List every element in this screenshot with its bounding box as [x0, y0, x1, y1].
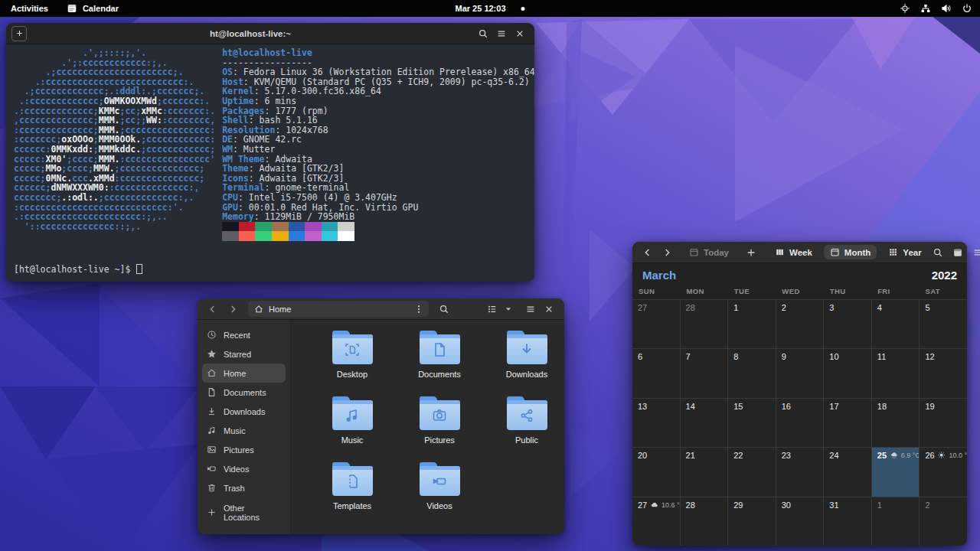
calendar-cell[interactable]: 3 [824, 300, 871, 348]
sidebar-item-pictures[interactable]: Pictures [202, 440, 286, 459]
forward-button[interactable] [224, 300, 242, 318]
week-view-button[interactable]: Week [769, 245, 818, 259]
calendar-cell[interactable]: 31 [824, 497, 871, 546]
calendar-cell[interactable]: 1 [728, 300, 776, 348]
calendar-cell[interactable]: 10 [824, 349, 871, 397]
terminal-search-button[interactable] [474, 24, 492, 43]
calendar-cell[interactable]: 20 [632, 448, 680, 496]
volume-icon [941, 3, 952, 14]
calendars-list-button[interactable] [949, 243, 967, 262]
new-event-button[interactable] [742, 243, 760, 262]
calendar-cell[interactable]: 21 [681, 448, 728, 496]
calendar-cell[interactable]: 2610.0 °C [920, 448, 967, 496]
files-menu-button[interactable] [521, 300, 540, 318]
calendar-cell[interactable]: 19 [920, 399, 967, 447]
view-options-dropdown[interactable] [501, 300, 515, 318]
calendar-cell[interactable]: 2 [920, 497, 967, 546]
sidebar-item-home[interactable]: Home [202, 364, 286, 383]
focused-app-indicator[interactable]: Calendar [67, 3, 119, 14]
calendar-cell[interactable]: 28 [681, 497, 728, 546]
files-sidebar: RecentStarredHomeDocumentsDownloadsMusic… [198, 320, 291, 534]
day-number: 13 [638, 402, 647, 411]
day-number: 17 [829, 402, 838, 411]
folder-item-public[interactable]: Public [488, 395, 565, 461]
calendar-cell[interactable]: 18 [872, 399, 920, 447]
calendar-next-button[interactable] [658, 243, 676, 262]
sidebar-item-music[interactable]: Music [202, 421, 286, 440]
calendar-cell[interactable]: 27 [632, 300, 680, 348]
day-number: 20 [638, 451, 647, 460]
calendar-cell[interactable]: 22 [728, 448, 776, 496]
calendar-search-button[interactable] [929, 243, 947, 262]
folder-label: Public [515, 435, 538, 445]
files-search-button[interactable] [435, 300, 453, 318]
folder-item-documents[interactable]: Documents [401, 329, 478, 395]
downloads-glyph-icon [507, 334, 547, 364]
palette-swatch [239, 222, 256, 232]
calendar-cell[interactable]: 12 [920, 349, 967, 397]
terminal-close-button[interactable] [511, 24, 529, 43]
year-view-button[interactable]: Year [882, 245, 927, 259]
calendar-cell[interactable]: 17 [824, 399, 871, 447]
calendar-cell[interactable]: 2 [776, 300, 824, 348]
sidebar-item-other-locations[interactable]: Other Locations [202, 503, 286, 522]
notification-dot [521, 7, 525, 11]
folder-item-desktop[interactable]: Desktop [314, 329, 390, 395]
calendar-cell[interactable]: 2710.6 °C [632, 497, 680, 546]
terminal-menu-button[interactable] [492, 24, 511, 43]
folder-item-music[interactable]: Music [314, 395, 390, 461]
calendar-cell[interactable]: 9 [776, 349, 824, 397]
calendar-cell[interactable]: 8 [728, 349, 776, 397]
files-close-button[interactable] [540, 300, 558, 318]
sidebar-item-downloads[interactable]: Downloads [202, 402, 286, 421]
folder-icon [507, 334, 547, 364]
calendar-cell[interactable]: 13 [632, 399, 680, 447]
list-view-button[interactable] [483, 300, 501, 318]
calendar-cell[interactable]: 28 [681, 300, 728, 348]
day-number: 16 [782, 402, 791, 411]
calendar-cell[interactable]: 29 [728, 497, 776, 546]
calendar-cell[interactable]: 4 [872, 300, 920, 348]
sidebar-item-label: Music [224, 426, 246, 435]
clock-button[interactable]: Mar 25 12:03 [455, 4, 524, 13]
sidebar-item-recent[interactable]: Recent [202, 325, 286, 344]
calendar-cell[interactable]: 14 [681, 399, 728, 447]
calendar-menu-button[interactable] [969, 243, 980, 262]
back-button[interactable] [204, 300, 222, 318]
day-number: 30 [782, 500, 791, 510]
palette-swatch [305, 222, 322, 232]
calendar-cell[interactable]: 24 [824, 448, 871, 496]
calendar-cell[interactable]: 30 [776, 497, 824, 546]
new-tab-button[interactable] [11, 26, 27, 41]
folder-item-pictures[interactable]: Pictures [401, 395, 478, 461]
weekday-header: SUNMONTUEWEDTHUFRISAT [632, 287, 967, 299]
sidebar-item-videos[interactable]: Videos [202, 459, 286, 478]
sidebar-item-trash[interactable]: Trash [202, 478, 286, 497]
calendar-cell[interactable]: 11 [872, 349, 920, 397]
path-menu-button[interactable] [412, 300, 426, 318]
calendar-cell[interactable]: 16 [776, 399, 824, 447]
activities-button[interactable]: Activities [11, 4, 48, 13]
today-button[interactable]: Today [683, 245, 735, 259]
path-bar[interactable]: Home [248, 301, 429, 317]
calendar-cell[interactable]: 15 [728, 399, 776, 447]
day-number: 1 [877, 500, 882, 510]
neofetch-line-cpu: CPU: Intel i5-7500 (4) @ 3.407GHz [222, 193, 534, 203]
sidebar-item-starred[interactable]: Starred [202, 344, 286, 364]
folder-item-templates[interactable]: Templates [314, 461, 390, 527]
power-icon [962, 3, 972, 14]
calendar-cell[interactable]: 6 [632, 349, 680, 397]
sidebar-item-documents[interactable]: Documents [202, 383, 286, 402]
folder-icon [507, 400, 547, 430]
calendar-cell[interactable]: 23 [776, 448, 824, 496]
terminal-content[interactable]: .',;::::;,'. .';:cccccccccccc:;,. .;cccc… [6, 44, 534, 282]
month-view-button[interactable]: Month [824, 245, 877, 259]
folder-item-downloads[interactable]: Downloads [488, 329, 565, 395]
calendar-cell[interactable]: 1 [872, 497, 920, 546]
calendar-cell[interactable]: 7 [681, 349, 728, 397]
calendar-prev-button[interactable] [639, 243, 657, 262]
calendar-cell-today[interactable]: 256.9 °C [872, 448, 920, 496]
folder-item-videos[interactable]: Videos [401, 461, 478, 527]
calendar-cell[interactable]: 5 [920, 300, 967, 348]
system-status-area[interactable] [900, 3, 972, 14]
